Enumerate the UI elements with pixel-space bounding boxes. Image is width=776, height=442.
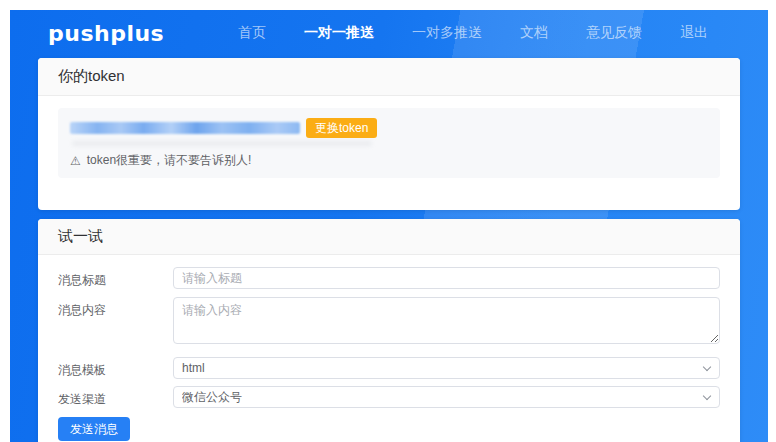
token-value-blurred <box>70 122 300 134</box>
send-channel-label: 发送渠道 <box>58 386 173 408</box>
nav-item-logout[interactable]: 退出 <box>680 24 708 42</box>
nav-item-home[interactable]: 首页 <box>238 24 266 42</box>
token-ghost-blur <box>72 141 372 146</box>
send-message-button[interactable]: 发送消息 <box>58 417 130 441</box>
form-row-channel: 发送渠道 微信公众号 <box>58 386 720 408</box>
try-card-body: 消息标题 消息内容 消息模板 html <box>38 255 740 442</box>
try-card-title: 试一试 <box>38 219 740 255</box>
message-content-label: 消息内容 <box>58 297 173 319</box>
message-template-select[interactable]: html <box>173 357 720 379</box>
send-channel-select[interactable]: 微信公众号 <box>173 386 720 408</box>
main-nav: 首页 一对一推送 一对多推送 文档 意见反馈 退出 <box>238 24 708 42</box>
try-card: 试一试 消息标题 消息内容 消息模板 html <box>38 219 740 442</box>
pushplus-logo[interactable]: pushplus <box>48 21 164 46</box>
token-card-body: 更换token ⚠ token很重要，请不要告诉别人! <box>38 96 740 210</box>
form-row-title: 消息标题 <box>58 267 720 289</box>
warning-triangle-icon: ⚠ <box>70 154 81 168</box>
app-background: pushplus 首页 一对一推送 一对多推送 文档 意见反馈 退出 你的tok… <box>10 10 768 442</box>
nav-item-docs[interactable]: 文档 <box>520 24 548 42</box>
token-card-title: 你的token <box>38 58 740 96</box>
token-row: 更换token <box>70 118 708 138</box>
message-title-input[interactable] <box>173 267 720 289</box>
message-title-label: 消息标题 <box>58 267 173 289</box>
change-token-button[interactable]: 更换token <box>306 118 377 138</box>
nav-item-feedback[interactable]: 意见反馈 <box>586 24 642 42</box>
token-warning-text: token很重要，请不要告诉别人! <box>87 152 252 169</box>
top-navbar: pushplus 首页 一对一推送 一对多推送 文档 意见反馈 退出 <box>10 10 768 56</box>
form-row-content: 消息内容 <box>58 297 720 344</box>
message-content-textarea[interactable] <box>173 297 720 344</box>
nav-item-one-to-many[interactable]: 一对多推送 <box>412 24 482 42</box>
message-template-label: 消息模板 <box>58 357 173 379</box>
token-panel: 更换token ⚠ token很重要，请不要告诉别人! <box>58 108 720 178</box>
token-warning: ⚠ token很重要，请不要告诉别人! <box>70 152 708 169</box>
nav-item-one-to-one[interactable]: 一对一推送 <box>304 24 374 42</box>
form-row-template: 消息模板 html <box>58 357 720 379</box>
token-card: 你的token 更换token ⚠ token很重要，请不要告诉别人! <box>38 58 740 210</box>
